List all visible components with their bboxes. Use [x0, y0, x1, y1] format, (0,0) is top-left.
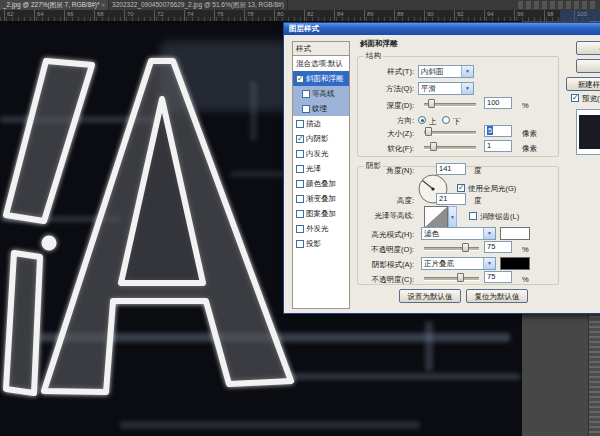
style-list-item[interactable]: 外发光 [293, 221, 349, 236]
style-list-item[interactable]: 内发光 [293, 146, 349, 161]
style-item-label: 光泽 [306, 164, 321, 174]
opacity1-input[interactable]: 75 [484, 241, 512, 253]
altitude-input[interactable]: 21 [436, 193, 466, 205]
close-tab-icon[interactable]: × [102, 0, 106, 10]
style-item-checkbox[interactable] [302, 90, 310, 98]
gloss-contour-label: 光泽等高线: [347, 211, 414, 220]
style-list-item[interactable]: 光泽 [293, 161, 349, 176]
size-label: 大小(Z): [359, 129, 414, 138]
method-select[interactable]: 平滑 ▼ [418, 82, 474, 95]
direction-label: 方向: [359, 116, 414, 125]
styles-list: 混合选项:默认斜面和浮雕等高线纹理描边内阴影内发光光泽颜色叠加渐变叠加图案叠加外… [293, 55, 349, 308]
style-list-item[interactable]: 纹理 [293, 101, 349, 116]
structure-legend: 结构 [364, 51, 383, 61]
document-tab-inactive[interactable]: 3202322_090450076629_2.jpg @ 51.6%(图层 13… [109, 0, 288, 10]
chevron-down-icon[interactable]: ▼ [483, 228, 495, 239]
reset-default-button[interactable]: 复位为默认值 [466, 289, 528, 303]
document-tabbar: _2.jpg @ 227%(图层 7, RGB/8#)* × 3202322_0… [0, 0, 600, 10]
style-item-label: 颜色叠加 [306, 179, 336, 189]
shadow-color-swatch[interactable] [500, 257, 530, 270]
style-list-item[interactable]: 斜面和浮雕 [293, 71, 349, 86]
style-item-checkbox[interactable] [296, 120, 304, 128]
direction-down-radio[interactable] [442, 116, 450, 124]
ruler-number: 70 [124, 10, 134, 21]
style-item-checkbox[interactable] [296, 165, 304, 173]
style-list-item[interactable]: 颜色叠加 [293, 176, 349, 191]
soften-input[interactable]: 1 [484, 140, 512, 152]
ok-button[interactable]: 确定 [576, 41, 600, 55]
altitude-label: 高度: [379, 196, 414, 205]
style-list-item[interactable]: 图案叠加 [293, 206, 349, 221]
opacity1-slider[interactable] [424, 243, 479, 252]
cancel-button[interactable]: 取消 [576, 59, 600, 73]
size-input[interactable]: 5 [484, 125, 512, 137]
opacity2-slider[interactable] [424, 273, 479, 282]
style-item-label: 纹理 [312, 104, 327, 114]
ruler-number: 66 [64, 10, 74, 21]
style-item-checkbox[interactable] [296, 225, 304, 233]
style-item-checkbox[interactable] [296, 210, 304, 218]
opacity2-label: 不透明度(C): [359, 275, 414, 284]
shadow-mode-select[interactable]: 正片叠底 ▼ [421, 257, 496, 270]
highlight-color-swatch[interactable] [500, 227, 530, 240]
chevron-down-icon[interactable]: ▼ [461, 66, 473, 77]
global-light-checkbox[interactable] [457, 184, 465, 192]
style-list-item[interactable]: 混合选项:默认 [293, 56, 349, 71]
style-item-label: 渐变叠加 [306, 194, 336, 204]
antialias-label: 消除锯齿(L) [480, 212, 519, 221]
style-item-checkbox[interactable] [296, 150, 304, 158]
chevron-down-icon[interactable]: ▼ [461, 83, 473, 94]
soften-unit: 像素 [522, 144, 537, 153]
depth-label: 深度(D): [359, 101, 414, 110]
style-select[interactable]: 内斜面 ▼ [418, 65, 474, 78]
ruler-number: 88 [394, 10, 404, 21]
angle-unit: 度 [474, 166, 482, 175]
style-list-item[interactable]: 等高线 [293, 86, 349, 101]
style-list-item[interactable]: 描边 [293, 116, 349, 131]
style-list-item[interactable]: 渐变叠加 [293, 191, 349, 206]
new-style-button[interactable]: 新建样式(W)... [566, 77, 600, 91]
highlight-mode-select[interactable]: 滤色 ▼ [421, 227, 496, 240]
size-unit: 像素 [522, 129, 537, 138]
preview-checkbox[interactable] [571, 94, 579, 102]
soften-slider[interactable] [424, 142, 476, 151]
ruler-number: 80 [274, 10, 284, 21]
style-item-label: 图案叠加 [306, 209, 336, 219]
chevron-down-icon[interactable]: ▼ [448, 206, 457, 228]
style-item-label: 投影 [306, 239, 321, 249]
style-item-checkbox[interactable] [296, 135, 304, 143]
ruler-number: 98 [544, 10, 554, 21]
style-item-checkbox[interactable] [296, 180, 304, 188]
style-list-item[interactable]: 投影 [293, 236, 349, 251]
size-slider[interactable] [424, 127, 476, 136]
style-item-label: 混合选项:默认 [296, 59, 343, 69]
tab-title: 3202322_090450076629_2.jpg @ 51.6%(图层 13… [112, 0, 284, 10]
method-label: 方法(Q): [359, 84, 414, 93]
chevron-down-icon[interactable]: ▼ [483, 258, 495, 269]
gloss-contour-thumbnail[interactable] [424, 206, 448, 228]
style-item-checkbox[interactable] [296, 195, 304, 203]
depth-slider[interactable] [424, 99, 476, 108]
style-list-item[interactable]: 内阴影 [293, 131, 349, 146]
style-item-checkbox[interactable] [296, 240, 304, 248]
style-item-label: 等高线 [312, 89, 335, 99]
set-default-button[interactable]: 设置为默认值 [399, 289, 461, 303]
letter-fragment-dot [45, 239, 54, 248]
ruler-number: 62 [4, 10, 14, 21]
document-tab-active[interactable]: _2.jpg @ 227%(图层 7, RGB/8#)* × [0, 0, 109, 10]
ruler-number: 64 [34, 10, 44, 21]
letter-fragment-diagonal [6, 61, 92, 221]
antialias-checkbox[interactable] [469, 212, 477, 220]
style-item-checkbox[interactable] [302, 105, 310, 113]
ruler-number: 82 [304, 10, 314, 21]
styles-panel: 样式 混合选项:默认斜面和浮雕等高线纹理描边内阴影内发光光泽颜色叠加渐变叠加图案… [292, 41, 350, 309]
ruler-number: 90 [424, 10, 434, 21]
preview-label: 预览(V) [582, 94, 600, 103]
dialog-titlebar[interactable]: 图层样式 [284, 23, 600, 35]
depth-input[interactable]: 100 [484, 97, 512, 109]
shadow-mode-label: 阴影模式(A): [359, 260, 414, 269]
highlight-mode-value: 滤色 [424, 229, 439, 239]
opacity2-input[interactable]: 75 [484, 271, 512, 283]
style-item-checkbox[interactable] [296, 75, 304, 83]
direction-up-radio[interactable] [418, 116, 426, 124]
